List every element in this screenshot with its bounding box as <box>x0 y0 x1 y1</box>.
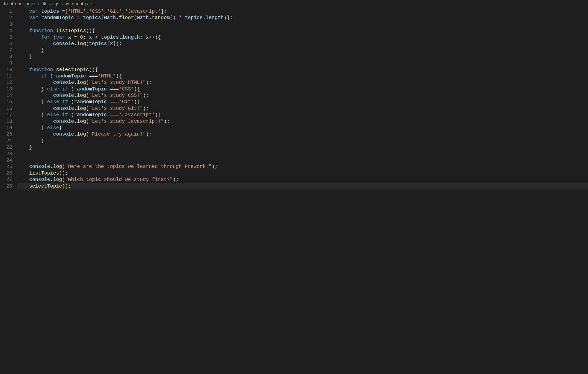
breadcrumb-file[interactable]: script.js <box>72 1 88 7</box>
line-number: 10 <box>0 67 12 73</box>
line-number: 14 <box>0 92 12 99</box>
line-number: 5 <box>0 34 12 41</box>
line-number: 11 <box>0 73 12 79</box>
code-line[interactable]: } <box>17 54 588 60</box>
code-line[interactable] <box>17 157 588 163</box>
line-number: 18 <box>0 118 12 125</box>
code-line[interactable]: } else{ <box>17 125 588 131</box>
code-line[interactable]: } else if (randomTopic ==='CSS'){ <box>17 86 588 92</box>
line-number: 3 <box>0 21 12 28</box>
code-line[interactable]: listTopics(); <box>17 170 588 176</box>
line-number: 9 <box>0 60 12 66</box>
line-number: 8 <box>0 54 12 60</box>
line-number: 28 <box>0 183 12 189</box>
line-number: 22 <box>0 144 12 150</box>
code-line[interactable]: console.log("Let's study Javascript!"); <box>17 118 588 125</box>
code-area[interactable]: var topics =['HTML','CSS','Git','Javascr… <box>17 8 588 374</box>
chevron-right-icon: › <box>38 1 39 7</box>
code-line[interactable] <box>17 60 588 66</box>
code-line[interactable]: if (randomTopic ==='HTML'){ <box>17 73 588 79</box>
line-number: 1 <box>0 8 12 15</box>
breadcrumb-seg-js[interactable]: js <box>56 1 59 7</box>
code-line[interactable]: } <box>17 138 588 144</box>
line-number: 6 <box>0 41 12 47</box>
line-number: 21 <box>0 138 12 144</box>
line-number: 24 <box>0 157 12 163</box>
code-line[interactable]: console.log(topics[x]); <box>17 41 588 47</box>
code-line[interactable]: console.log("Please try again!"); <box>17 131 588 137</box>
line-number: 15 <box>0 99 12 105</box>
line-number-gutter: 1234567891011121314151617181920212223242… <box>0 8 17 374</box>
line-number: 13 <box>0 86 12 92</box>
line-number: 27 <box>0 176 12 183</box>
code-line[interactable]: console.log("Here are the topics we lear… <box>17 163 588 170</box>
code-line[interactable]: console.log("Let's study HTML!"); <box>17 79 588 86</box>
line-number: 23 <box>0 151 12 157</box>
line-number: 19 <box>0 125 12 131</box>
js-file-icon: JS <box>65 1 70 7</box>
breadcrumb-seg-root[interactable]: front-end-index <box>4 1 35 7</box>
code-line[interactable] <box>17 21 588 28</box>
code-line[interactable]: function selectTopic(){ <box>17 67 588 73</box>
chevron-right-icon: › <box>90 1 92 7</box>
code-line[interactable]: console.log("Let's study Git!"); <box>17 105 588 112</box>
line-number: 20 <box>0 131 12 137</box>
breadcrumb-seg-files[interactable]: files <box>42 1 50 7</box>
line-number: 4 <box>0 28 12 34</box>
line-number: 26 <box>0 170 12 176</box>
code-line[interactable]: var randomTopic = topics[Math.floor(Math… <box>17 15 588 21</box>
code-line[interactable]: console.log("Which topic should we study… <box>17 176 588 183</box>
line-number: 7 <box>0 47 12 53</box>
line-number: 25 <box>0 163 12 170</box>
line-number: 12 <box>0 79 12 86</box>
line-number: 2 <box>0 15 12 21</box>
code-line[interactable]: } <box>17 47 588 53</box>
code-line[interactable]: console.log("Let's study CSS!"); <box>17 92 588 99</box>
code-line[interactable]: for (var x = 0; x < topics.length; x++){ <box>17 34 588 41</box>
code-line[interactable]: } else if (randomTopic ==='Git'){ <box>17 99 588 105</box>
code-line[interactable]: function listTopics(){ <box>17 28 588 34</box>
chevron-right-icon: › <box>61 1 63 7</box>
breadcrumb: front-end-index › files › js › JS script… <box>0 0 588 8</box>
line-number: 17 <box>0 112 12 118</box>
code-line[interactable]: var topics =['HTML','CSS','Git','Javascr… <box>17 8 588 15</box>
chevron-right-icon: › <box>52 1 54 7</box>
code-editor[interactable]: 1234567891011121314151617181920212223242… <box>0 8 588 374</box>
code-line[interactable]: } else if (randomTopic ==='Javascript'){ <box>17 112 588 118</box>
code-line[interactable]: } <box>17 144 588 150</box>
code-line[interactable]: selectTopic(); <box>17 183 588 189</box>
line-number: 16 <box>0 105 12 112</box>
breadcrumb-tail[interactable]: ... <box>94 1 98 7</box>
code-line[interactable] <box>17 151 588 157</box>
